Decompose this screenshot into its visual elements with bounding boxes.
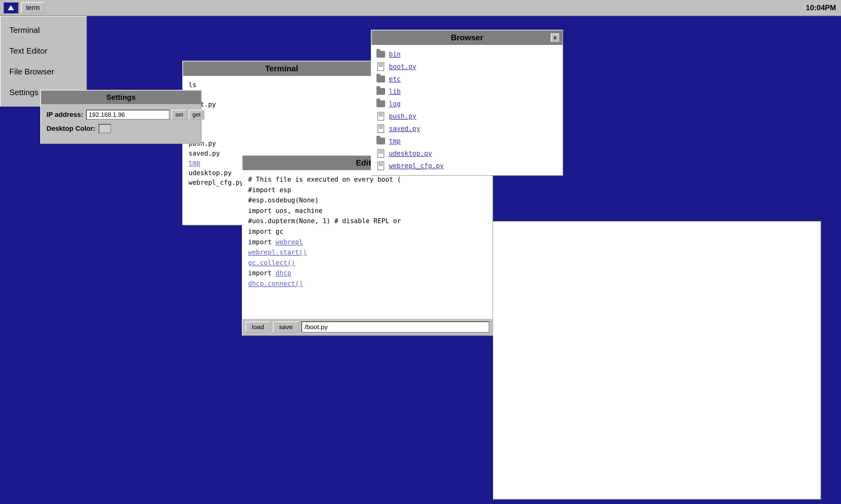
- list-item[interactable]: boot.py: [376, 60, 558, 73]
- browser-link-udesktoppy[interactable]: udesktop.py: [389, 150, 432, 157]
- browser-link-savedpy[interactable]: saved.py: [389, 125, 420, 132]
- folder-icon: [376, 87, 386, 96]
- white-panel: [492, 221, 821, 500]
- folder-icon: [376, 136, 386, 146]
- load-button[interactable]: load: [246, 321, 270, 332]
- settings-title: Settings: [41, 90, 201, 104]
- sidebar-item-terminal[interactable]: Terminal: [1, 20, 86, 41]
- browser-content: bin boot.py etc lib log push.py saved.py: [371, 45, 562, 175]
- terminal-title: Terminal: [265, 64, 298, 73]
- list-item[interactable]: saved.py: [376, 123, 558, 135]
- terminal-line: udesktop.py: [189, 169, 232, 177]
- list-item[interactable]: lib: [376, 85, 558, 97]
- sidebar-item-text-editor[interactable]: Text Editor: [1, 41, 86, 61]
- terminal-link-tmp[interactable]: tmp: [189, 159, 200, 167]
- filename-input[interactable]: [301, 321, 489, 332]
- set-button[interactable]: set: [172, 110, 187, 120]
- list-item[interactable]: push.py: [376, 110, 558, 123]
- start-button[interactable]: [3, 2, 19, 14]
- sidebar-item-file-browser[interactable]: File Browser: [1, 61, 86, 82]
- editor-content[interactable]: # This file is executed on every boot ( …: [243, 170, 492, 319]
- browser-link-lib[interactable]: lib: [389, 88, 401, 95]
- start-arrow-icon: [8, 5, 14, 10]
- file-icon: [376, 161, 386, 171]
- get-button[interactable]: get: [189, 110, 204, 120]
- editor-link-dhcp[interactable]: dhcp: [276, 269, 292, 277]
- file-icon: [376, 148, 386, 158]
- settings-panel: Settings IP address: set get Desktop Col…: [40, 90, 202, 144]
- browser-link-pushpy[interactable]: push.py: [389, 112, 417, 120]
- browser-window: Browser x bin boot.py etc lib log push.p…: [371, 30, 563, 176]
- save-button[interactable]: save: [273, 321, 299, 332]
- editor-link-gc-collect[interactable]: gc.collect(): [248, 259, 295, 267]
- browser-link-tmp[interactable]: tmp: [389, 137, 401, 145]
- browser-link-bin[interactable]: bin: [389, 51, 401, 58]
- browser-title: Browser: [451, 33, 483, 42]
- terminal-line: saved.py: [189, 150, 220, 157]
- browser-link-bootpy[interactable]: boot.py: [389, 63, 417, 70]
- editor-footer: load save: [243, 319, 492, 335]
- browser-link-log[interactable]: log: [389, 100, 401, 108]
- close-button[interactable]: x: [551, 34, 559, 42]
- folder-icon: [376, 99, 386, 109]
- color-label: Desktop Color:: [47, 125, 95, 133]
- list-item[interactable]: udesktop.py: [376, 147, 558, 160]
- ip-input[interactable]: [86, 110, 170, 120]
- ip-label: IP address:: [47, 111, 83, 119]
- color-swatch[interactable]: [99, 124, 111, 133]
- list-item[interactable]: bin: [376, 48, 558, 60]
- term-button[interactable]: term: [21, 2, 45, 13]
- file-icon: [376, 111, 386, 121]
- editor-window: Editor # This file is executed on every …: [242, 155, 493, 336]
- editor-link-webrepl[interactable]: webrepl: [276, 238, 303, 246]
- list-item[interactable]: webrepl_cfg.py: [376, 160, 558, 172]
- file-icon: [376, 62, 386, 72]
- list-item[interactable]: tmp: [376, 135, 558, 147]
- folder-icon: [376, 74, 386, 84]
- folder-icon: [376, 49, 386, 59]
- browser-link-webreplcfgpy[interactable]: webrepl_cfg.py: [389, 162, 444, 169]
- browser-link-etc[interactable]: etc: [389, 75, 401, 83]
- terminal-titlebar: Terminal: [183, 61, 380, 76]
- terminal-line: ls: [189, 81, 196, 89]
- editor-link-dhcp-connect[interactable]: dhcp.connect(): [248, 280, 303, 287]
- terminal-line: webrepl_cfg.py: [189, 179, 243, 186]
- list-item[interactable]: etc: [376, 73, 558, 85]
- taskbar: term 10:04PM: [0, 0, 841, 16]
- clock-display: 10:04PM: [806, 3, 836, 12]
- list-item[interactable]: log: [376, 97, 558, 110]
- editor-link-webrepl-start[interactable]: webrepl.start(): [248, 249, 307, 256]
- file-icon: [376, 124, 386, 133]
- browser-titlebar: Browser x: [371, 30, 562, 45]
